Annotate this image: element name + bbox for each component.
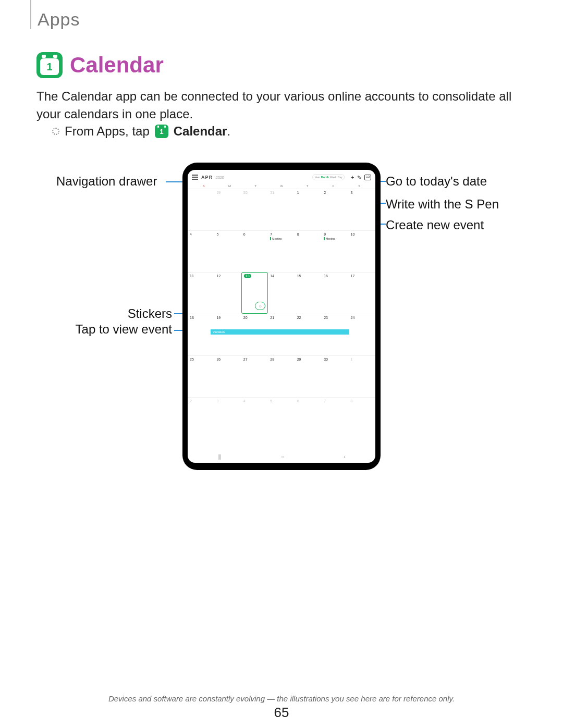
calendar-cell[interactable]: 13☺: [241, 272, 268, 314]
calendar-cell[interactable]: 7Meeting: [268, 230, 295, 272]
calendar-cell[interactable]: 26: [214, 355, 241, 397]
page-title: Calendar: [70, 53, 164, 78]
page-title-row: 1 Calendar: [36, 52, 164, 78]
calendar-cell[interactable]: 30: [241, 189, 268, 230]
calendar-cell[interactable]: 16: [322, 272, 348, 314]
calendar-cell[interactable]: 3: [349, 189, 375, 230]
calendar-cell[interactable]: 19: [214, 314, 241, 355]
calendar-cell[interactable]: 5: [214, 230, 241, 272]
tablet-frame: APR 2020 Year Month Week Day + ✎ 13 SMTW…: [182, 163, 381, 470]
calendar-cell[interactable]: 12: [214, 272, 241, 314]
calendar-cell[interactable]: 8: [349, 397, 375, 439]
calendar-cell[interactable]: 17: [349, 272, 375, 314]
plus-icon[interactable]: +: [351, 175, 354, 180]
month-label[interactable]: APR: [201, 175, 213, 180]
calendar-cell[interactable]: 29: [295, 355, 322, 397]
dow-label: T: [295, 184, 321, 188]
calendar-mini-icon: 1: [155, 125, 168, 138]
dow-label: T: [242, 184, 268, 188]
calendar-cell[interactable]: 20: [241, 314, 268, 355]
dow-label: S: [191, 184, 217, 188]
calendar-cell[interactable]: 2: [322, 189, 348, 230]
calendar-cell[interactable]: 3: [214, 397, 241, 439]
step-period: .: [227, 124, 230, 138]
calendar-cell[interactable]: 8: [295, 230, 322, 272]
calendar-cell[interactable]: 7: [322, 397, 348, 439]
section-label: Apps: [38, 9, 80, 30]
calendar-grid: 2930311234567Meeting89Meeting10111213☺14…: [188, 189, 375, 439]
calendar-cell[interactable]: 4: [188, 230, 214, 272]
tab-month[interactable]: Month: [321, 176, 329, 179]
calendar-cell[interactable]: 9Meeting: [322, 230, 348, 272]
today-icon[interactable]: 13: [364, 175, 371, 180]
calendar-cell[interactable]: 25: [188, 355, 214, 397]
calendar-cell[interactable]: 27: [241, 355, 268, 397]
home-icon[interactable]: ○: [281, 454, 284, 460]
intro-paragraph: The Calendar app can be connected to you…: [36, 88, 527, 122]
calendar-cell[interactable]: 23: [322, 314, 348, 355]
calendar-topbar: APR 2020 Year Month Week Day + ✎ 13: [188, 170, 375, 182]
calendar-cell[interactable]: [188, 189, 214, 230]
calendar-cell[interactable]: 30: [322, 355, 348, 397]
calendar-cell[interactable]: 31: [268, 189, 295, 230]
tablet-screen: APR 2020 Year Month Week Day + ✎ 13 SMTW…: [188, 170, 375, 463]
tab-week[interactable]: Week: [330, 176, 337, 179]
sticker-icon[interactable]: ☺: [255, 302, 265, 310]
dow-label: S: [346, 184, 372, 188]
calendar-cell[interactable]: 28: [268, 355, 295, 397]
calendar-cell[interactable]: 24: [349, 314, 375, 355]
back-icon[interactable]: ‹: [344, 454, 346, 460]
vacation-event-bar[interactable]: Vacation: [211, 329, 349, 335]
calendar-cell[interactable]: 14: [268, 272, 295, 314]
calendar-cell[interactable]: 18: [188, 314, 214, 355]
tab-day[interactable]: Day: [338, 176, 342, 179]
callout-stickers: Stickers: [120, 306, 172, 321]
calendar-cell[interactable]: 22: [295, 314, 322, 355]
step-instruction: From Apps, tap 1 Calendar.: [52, 124, 230, 139]
calendar-app-icon: 1: [36, 52, 63, 78]
pen-icon[interactable]: ✎: [357, 175, 361, 180]
day-of-week-row: SMTWTFS: [188, 182, 375, 189]
system-nav-bar: ||| ○ ‹: [188, 454, 375, 460]
footer-note: Devices and software are constantly evol…: [0, 694, 563, 703]
step-prefix: From Apps, tap: [65, 124, 150, 139]
callout-spen: Write with the S Pen: [386, 197, 499, 212]
callout-new-event: Create new event: [386, 218, 484, 232]
calendar-cell[interactable]: 10: [349, 230, 375, 272]
calendar-cell[interactable]: 11: [188, 272, 214, 314]
event-label[interactable]: Meeting: [270, 237, 292, 240]
calendar-cell[interactable]: 21: [268, 314, 295, 355]
calendar-cell[interactable]: 15: [295, 272, 322, 314]
dow-label: M: [217, 184, 243, 188]
page-number: 65: [0, 705, 563, 721]
calendar-cell[interactable]: 1: [295, 189, 322, 230]
callout-view-event: Tap to view event: [63, 322, 172, 337]
calendar-cell[interactable]: 5: [268, 397, 295, 439]
calendar-cell[interactable]: 4: [241, 397, 268, 439]
calendar-cell[interactable]: 2: [188, 397, 214, 439]
tab-year[interactable]: Year: [315, 176, 320, 179]
dow-label: W: [268, 184, 295, 188]
dow-label: F: [321, 184, 347, 188]
year-label: 2020: [216, 176, 224, 179]
header-rule: [30, 0, 31, 29]
calendar-cell[interactable]: 1: [349, 355, 375, 397]
calendar-cell[interactable]: 6: [295, 397, 322, 439]
event-label[interactable]: Meeting: [324, 237, 346, 240]
recent-apps-icon[interactable]: |||: [217, 454, 222, 460]
callout-today: Go to today's date: [386, 174, 487, 189]
bullet-icon: [52, 128, 59, 135]
calendar-cell[interactable]: 29: [214, 189, 241, 230]
hamburger-icon[interactable]: [192, 175, 198, 180]
callout-navigation-drawer: Navigation drawer: [56, 174, 157, 189]
calendar-cell[interactable]: 6: [241, 230, 268, 272]
step-app-name: Calendar: [174, 124, 227, 138]
view-tabs[interactable]: Year Month Week Day: [312, 174, 345, 180]
